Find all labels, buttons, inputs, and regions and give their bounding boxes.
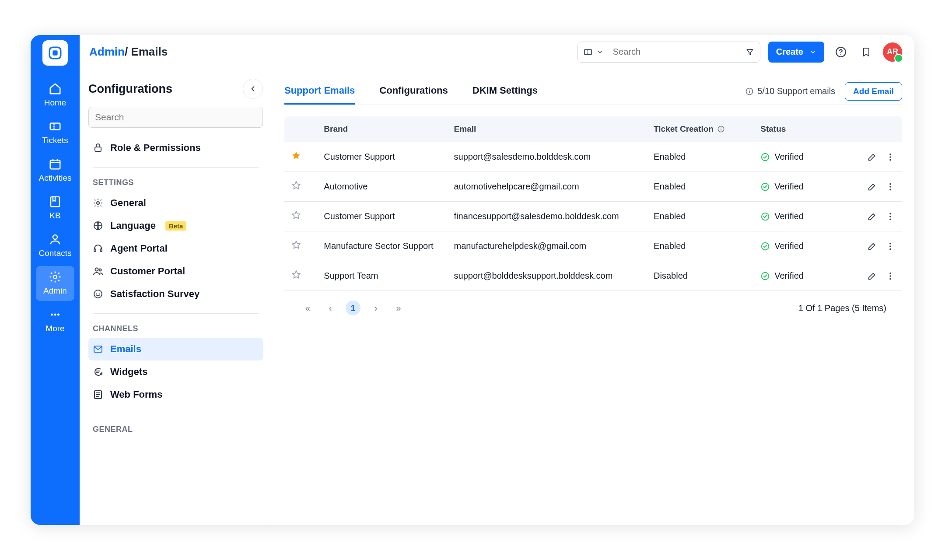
support-email-count: 5/10 Support emails [745,86,835,96]
search-input[interactable] [609,42,740,62]
star-toggle[interactable] [291,240,301,250]
sidebar-item-customer-portal[interactable]: Customer Portal [88,260,263,283]
tabs: Support Emails Configurations DKIM Setti… [284,78,902,105]
cell-brand: Customer Support [317,142,447,172]
svg-point-17 [94,290,102,298]
row-menu-button[interactable] [886,182,895,192]
cell-ticket-creation: Disabled [647,261,753,291]
bookmark-icon [861,47,872,57]
row-menu-button[interactable] [886,212,895,221]
svg-rect-13 [94,249,96,252]
app-logo[interactable] [42,40,68,66]
sidebar-item-role-permissions[interactable]: Role & Permissions [88,136,263,159]
table-row: Support Teamsupport@bolddesksupport.bold… [284,261,902,291]
edit-button[interactable] [867,242,877,251]
help-button[interactable] [832,43,850,61]
page-summary: 1 Of 1 Pages (5 Items) [798,303,886,313]
svg-point-29 [889,183,891,185]
svg-rect-2 [50,123,60,130]
edit-button[interactable] [867,212,877,221]
edit-button[interactable] [867,271,877,281]
user-avatar[interactable]: AR [883,42,902,62]
svg-point-5 [53,235,57,239]
edit-button[interactable] [867,152,877,162]
star-toggle[interactable] [291,151,301,161]
sidebar-item-emails[interactable]: Emails [88,338,263,360]
cell-ticket-creation: Enabled [647,231,753,261]
lock-icon [93,143,103,153]
star-toggle[interactable] [291,181,301,190]
svg-point-37 [889,242,891,244]
svg-point-42 [889,275,891,277]
col-status: Status [753,116,837,142]
table-row: Customer Supportfinancesupport@salesdemo… [284,202,902,231]
search-filter-button[interactable] [740,42,760,62]
svg-point-41 [889,272,891,274]
nav-item-more[interactable]: More [36,304,74,339]
create-button[interactable]: Create [768,42,824,63]
star-toggle[interactable] [291,270,301,280]
svg-point-33 [889,213,891,214]
sidebar-item-satisfaction-survey[interactable]: Satisfaction Survey [88,283,263,305]
users-icon [93,266,103,276]
section-label-channels: CHANNELS [93,324,263,333]
nav-item-contacts[interactable]: Contacts [36,228,74,263]
gear-icon [93,198,103,208]
nav-item-home[interactable]: Home [36,78,74,113]
top-bar: Create AR [272,35,914,69]
nav-item-tickets[interactable]: Tickets [36,116,74,150]
mail-icon [93,344,103,354]
main-panel: Create AR Support Emails Configurations … [272,35,914,525]
svg-point-38 [889,245,891,247]
nav-item-kb[interactable]: KB [36,191,74,226]
config-sidebar: Admin/ Emails Configurations Role & Perm… [80,35,272,525]
sidebar-item-widgets[interactable]: Widgets [88,360,263,383]
chevron-down-icon [809,49,816,56]
sidebar-item-web-forms[interactable]: Web Forms [88,383,263,406]
cell-email: financesupport@salesdemo.bolddesk.com [447,202,647,231]
sidebar-item-general[interactable]: General [88,192,263,214]
svg-point-11 [97,202,99,204]
tab-dkim-settings[interactable]: DKIM Settings [472,78,538,105]
collapse-sidebar-button[interactable] [243,79,263,99]
page-next-button[interactable]: › [368,301,383,315]
app-frame: Home Tickets Activities KB Contacts Admi… [31,35,914,525]
support-emails-table: Brand Email Ticket Creation Status [284,116,902,291]
row-menu-button[interactable] [886,242,895,251]
page-first-button[interactable]: « [300,301,315,315]
svg-rect-10 [95,147,101,151]
home-icon [49,82,62,95]
cell-email: manufacturehelpdesk@gmail.com [447,231,647,261]
sidebar-title: Configurations [88,82,172,96]
svg-rect-20 [584,49,592,54]
section-label-settings: SETTINGS [93,178,263,187]
nav-item-admin[interactable]: Admin [36,266,74,301]
sidebar-item-language[interactable]: Language Beta [88,214,263,237]
svg-point-27 [889,159,891,161]
edit-button[interactable] [867,182,877,192]
search-type-dropdown[interactable] [578,47,609,57]
page-number[interactable]: 1 [346,301,360,315]
breadcrumb-current: Emails [131,45,168,58]
cell-ticket-creation: Enabled [647,142,753,172]
smile-icon [93,289,103,299]
tab-support-emails[interactable]: Support Emails [284,78,355,105]
sidebar-item-agent-portal[interactable]: Agent Portal [88,237,263,260]
cell-ticket-creation: Enabled [647,202,753,231]
page-last-button[interactable]: » [391,301,406,315]
headset-icon [93,243,103,254]
tab-configurations[interactable]: Configurations [379,78,448,105]
svg-point-8 [54,314,56,316]
form-icon [93,389,103,400]
star-toggle[interactable] [291,210,301,220]
cell-email: automotivehelpcare@gmail.com [447,172,647,202]
sidebar-search-input[interactable] [88,107,263,128]
add-email-button[interactable]: Add Email [845,82,902,101]
nav-item-activities[interactable]: Activities [36,153,74,188]
calendar-icon [49,158,62,171]
breadcrumb-admin[interactable]: Admin [89,45,125,58]
page-prev-button[interactable]: ‹ [323,301,338,315]
bookmark-button[interactable] [858,43,875,61]
row-menu-button[interactable] [886,271,895,281]
row-menu-button[interactable] [886,152,895,162]
